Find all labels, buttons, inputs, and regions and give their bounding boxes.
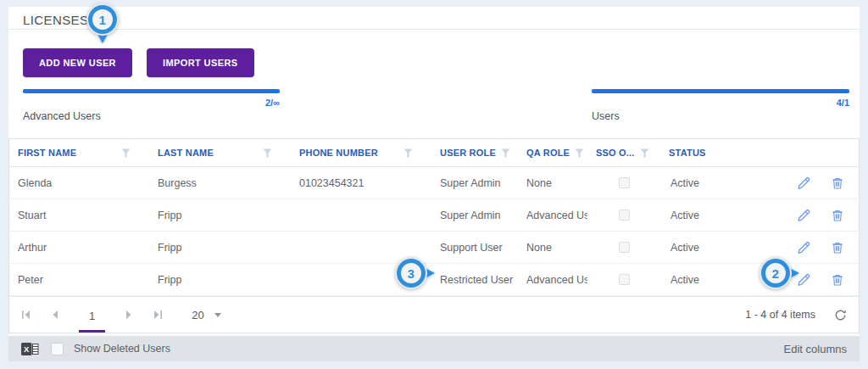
filter-icon[interactable] — [403, 148, 413, 158]
cell-status: Active — [660, 242, 776, 254]
chevron-down-icon — [214, 313, 221, 317]
cell-qa-role: None — [518, 242, 587, 254]
filter-icon[interactable] — [575, 148, 584, 158]
export-excel-icon[interactable]: X — [21, 342, 39, 356]
table-row[interactable]: ArthurFrippSupport UserNoneActive — [9, 232, 859, 264]
users-meter: 4/1 Users — [592, 89, 849, 122]
cell-status: Active — [660, 210, 776, 221]
advanced-users-meter-bar — [23, 89, 280, 93]
svg-text:X: X — [24, 344, 30, 354]
cell-qa-role: None — [518, 177, 587, 189]
cell-user-role: Super Admin — [431, 177, 518, 189]
page-size-value: 20 — [192, 309, 203, 321]
last-page-button[interactable] — [153, 310, 163, 319]
refresh-icon[interactable] — [834, 309, 847, 321]
column-header-label: STATUS — [669, 148, 706, 158]
column-header-last-name[interactable]: LAST NAME — [149, 139, 291, 166]
column-header-label: PHONE NUMBER — [299, 148, 378, 158]
column-header-first-name[interactable]: FIRST NAME — [9, 139, 149, 166]
callout-circle: 3 — [397, 259, 426, 288]
current-page-number[interactable]: 1 — [79, 301, 105, 329]
cell-actions — [776, 175, 859, 191]
cell-actions — [776, 207, 859, 223]
filter-icon[interactable] — [121, 148, 131, 158]
annotation-callout-3: 3 — [397, 259, 426, 288]
cell-status: Active — [660, 274, 776, 286]
users-meter-label: Users — [592, 110, 849, 122]
column-header-user-role[interactable]: USER ROLE — [431, 139, 518, 166]
cell-last-name: Fripp — [149, 242, 291, 254]
cell-last-name: Burgess — [149, 177, 291, 189]
sso-checkbox[interactable] — [619, 210, 630, 221]
add-new-user-button[interactable]: ADD NEW USER — [23, 48, 132, 77]
cell-user-role: Support User — [431, 242, 518, 254]
cell-actions — [776, 239, 859, 255]
column-header-phone-number[interactable]: PHONE NUMBER — [291, 139, 431, 166]
sso-checkbox[interactable] — [619, 242, 630, 253]
grid-pager: 1 20 1 - 4 of 4 items — [9, 296, 859, 333]
cell-first-name: Arthur — [9, 242, 149, 254]
cell-sso — [587, 177, 660, 188]
advanced-users-meter-value: 2/∞ — [23, 98, 280, 108]
cell-last-name: Fripp — [149, 274, 291, 286]
delete-user-button[interactable] — [830, 271, 845, 288]
cell-sso — [587, 274, 660, 285]
next-page-button[interactable] — [125, 310, 132, 319]
column-header-status[interactable]: STATUS — [660, 139, 776, 166]
edit-user-button[interactable] — [796, 239, 812, 255]
cell-last-name: Fripp — [149, 210, 291, 221]
show-deleted-users-checkbox[interactable] — [51, 343, 64, 355]
filter-icon[interactable] — [263, 148, 272, 158]
table-row[interactable]: GlendaBurgess01023454321Super AdminNoneA… — [9, 167, 859, 199]
annotation-callout-1: 1 — [88, 5, 117, 34]
annotation-callout-2: 2 — [761, 259, 790, 288]
callout-circle: 2 — [761, 259, 790, 288]
advanced-users-meter-label: Advanced Users — [23, 110, 280, 122]
column-header-sso-o[interactable]: SSO O... — [587, 139, 660, 166]
cell-first-name: Glenda — [9, 177, 149, 189]
pager-controls: 1 20 — [21, 301, 221, 329]
delete-user-button[interactable] — [830, 239, 845, 255]
column-header-label: LAST NAME — [158, 148, 214, 158]
delete-user-button[interactable] — [830, 207, 845, 223]
column-header-label: USER ROLE — [440, 148, 496, 158]
previous-page-button[interactable] — [52, 310, 58, 319]
cell-phone: 01023454321 — [291, 177, 431, 189]
edit-columns-button[interactable]: Edit columns — [784, 343, 847, 355]
cell-user-role: Restricted User — [431, 274, 518, 286]
users-grid: FIRST NAMELAST NAMEPHONE NUMBERUSER ROLE… — [8, 138, 860, 333]
filter-icon[interactable] — [640, 148, 649, 158]
users-meter-bar — [592, 89, 849, 93]
cell-qa-role: Advanced Us... — [518, 274, 587, 286]
edit-user-button[interactable] — [796, 207, 812, 223]
table-row[interactable]: StuartFrippSuper AdminAdvanced Us...Acti… — [9, 199, 859, 232]
grid-toolbar: X Show Deleted Users Edit columns — [8, 336, 860, 361]
sso-checkbox[interactable] — [619, 274, 630, 285]
page-size-dropdown[interactable]: 20 — [192, 309, 220, 321]
cell-first-name: Stuart — [9, 210, 149, 221]
edit-user-button[interactable] — [796, 175, 812, 191]
cell-user-role: Super Admin — [431, 210, 518, 221]
action-button-row: ADD NEW USER IMPORT USERS — [23, 48, 254, 77]
cell-first-name: Peter — [9, 274, 149, 286]
filter-icon[interactable] — [501, 148, 510, 158]
callout-number: 3 — [401, 263, 421, 283]
cell-sso — [587, 210, 660, 221]
column-header-qa-role[interactable]: QA ROLE — [518, 139, 587, 166]
sso-checkbox[interactable] — [619, 177, 630, 188]
callout-number: 1 — [92, 9, 113, 30]
callout-circle: 1 — [88, 5, 117, 34]
users-meter-value: 4/1 — [592, 98, 849, 108]
callout-number: 2 — [765, 263, 786, 283]
column-header-actions — [776, 139, 859, 166]
first-page-button[interactable] — [21, 310, 31, 319]
column-header-label: FIRST NAME — [18, 148, 76, 158]
delete-user-button[interactable] — [830, 175, 845, 191]
show-deleted-users-label: Show Deleted Users — [74, 343, 170, 355]
title-divider — [8, 29, 860, 30]
grid-header: FIRST NAMELAST NAMEPHONE NUMBERUSER ROLE… — [9, 139, 859, 167]
advanced-users-meter: 2/∞ Advanced Users — [23, 89, 280, 122]
cell-sso — [587, 242, 660, 253]
page-title: LICENSES — [23, 13, 88, 27]
import-users-button[interactable]: IMPORT USERS — [147, 48, 254, 77]
